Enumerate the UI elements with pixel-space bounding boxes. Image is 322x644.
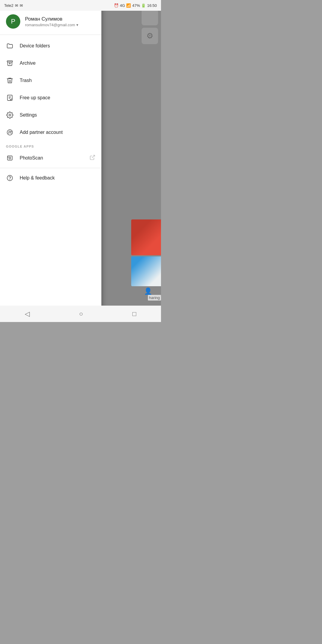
sidebar-item-add-partner[interactable]: Add partner account	[0, 124, 101, 141]
sharing-icon: 👤	[144, 287, 152, 295]
bg-search-box	[142, 9, 158, 25]
sidebar-item-help[interactable]: Help & feedback	[0, 169, 101, 187]
back-button[interactable]: ◁	[19, 308, 36, 320]
avatar: P	[6, 14, 20, 29]
sidebar-item-device-folders[interactable]: Device folders	[0, 37, 101, 55]
trash-icon	[6, 77, 14, 84]
mail-icon: ✉	[15, 3, 18, 8]
background-icons: ⚙	[142, 9, 158, 44]
section-divider	[0, 168, 101, 168]
svg-rect-4	[7, 95, 12, 100]
help-icon	[6, 174, 14, 182]
status-left: Tele2 ✉ ✉	[4, 3, 23, 8]
clock: 16:50	[147, 3, 157, 8]
sidebar-item-label: Archive	[20, 61, 95, 66]
battery-percent: 47%	[132, 3, 140, 8]
svg-point-10	[9, 157, 11, 159]
svg-line-12	[92, 155, 95, 158]
sidebar-item-label: Settings	[20, 112, 95, 118]
status-right: ⏰ 4G 📶 47% 🔋 16:50	[114, 3, 157, 8]
sidebar-item-label: Help & feedback	[20, 175, 95, 181]
alarm-icon: ⏰	[114, 3, 119, 8]
sidebar-item-label: Add partner account	[20, 130, 95, 135]
folder-icon	[6, 42, 14, 50]
svg-rect-9	[7, 156, 12, 160]
sidebar-item-label: Trash	[20, 78, 95, 83]
account-email-row: romansulimov74@gmail.com ▾	[25, 23, 78, 27]
sharing-label: haring	[148, 295, 161, 301]
signal-icon: 📶	[126, 3, 131, 8]
sidebar-item-settings[interactable]: Settings	[0, 106, 101, 124]
sidebar-item-label: PhotoScan	[20, 155, 83, 161]
photoscan-icon	[6, 154, 14, 162]
bg-gear-icon: ⚙	[146, 31, 153, 41]
sidebar-item-photoscan[interactable]: PhotoScan	[0, 149, 101, 167]
navigation-drawer: P Роман Сулимов romansulimov74@gmail.com…	[0, 0, 101, 322]
photo-thumbnail-1	[131, 219, 161, 255]
status-bar: Tele2 ✉ ✉ ⏰ 4G 📶 47% 🔋 16:50	[0, 0, 161, 11]
menu-list: Device folders Archive	[0, 35, 101, 308]
recents-button[interactable]: □	[126, 308, 142, 320]
sidebar-item-archive[interactable]: Archive	[0, 55, 101, 72]
free-space-icon	[6, 94, 14, 102]
photo-thumbnail-2	[131, 256, 161, 286]
sidebar-item-trash[interactable]: Trash	[0, 72, 101, 89]
external-link-icon	[89, 154, 95, 162]
account-name: Роман Сулимов	[25, 16, 78, 22]
battery-icon: 🔋	[141, 3, 146, 8]
sidebar-item-label: Device folders	[20, 43, 95, 49]
google-apps-section-header: GOOGLE APPS	[0, 141, 101, 149]
carrier-label: Tele2	[4, 3, 13, 8]
svg-point-8	[7, 130, 13, 135]
settings-icon	[6, 111, 14, 119]
sidebar-item-label: Free up space	[20, 95, 95, 100]
home-button[interactable]: ○	[73, 308, 89, 320]
svg-point-13	[7, 175, 13, 181]
partner-icon	[6, 129, 14, 136]
svg-rect-0	[7, 61, 13, 62]
bottom-navigation: ◁ ○ □	[0, 306, 161, 322]
bg-gear-box: ⚙	[142, 28, 158, 44]
account-email: romansulimov74@gmail.com	[25, 23, 75, 27]
chevron-down-icon[interactable]: ▾	[76, 23, 78, 27]
mail-icon-2: ✉	[20, 3, 23, 8]
sidebar-item-free-up-space[interactable]: Free up space	[0, 89, 101, 106]
archive-icon	[6, 59, 14, 67]
background-photos	[131, 219, 161, 286]
network-type: 4G	[120, 3, 125, 8]
svg-point-7	[9, 114, 11, 116]
account-info: Роман Сулимов romansulimov74@gmail.com ▾	[25, 16, 78, 27]
